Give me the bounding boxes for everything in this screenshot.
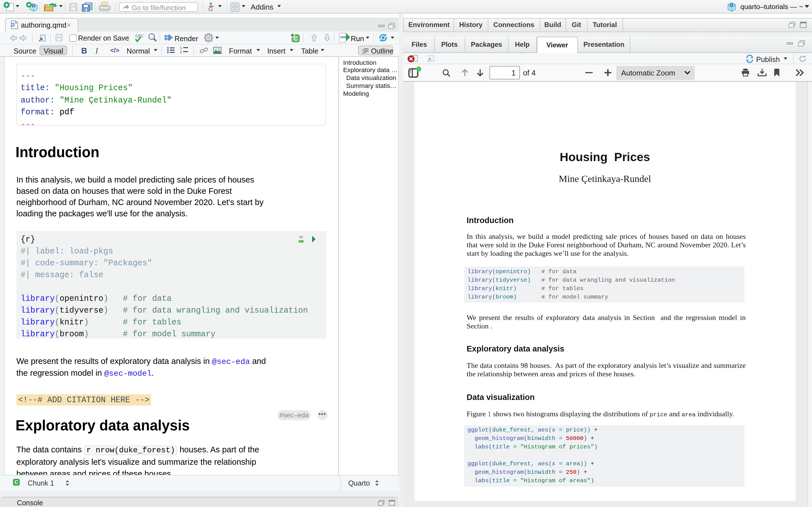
svg-text:R: R xyxy=(32,2,36,8)
svg-text:G: G xyxy=(208,6,213,12)
svg-text:R: R xyxy=(730,2,733,8)
svg-text:2: 2 xyxy=(180,50,182,54)
svg-text:1: 1 xyxy=(180,46,182,50)
